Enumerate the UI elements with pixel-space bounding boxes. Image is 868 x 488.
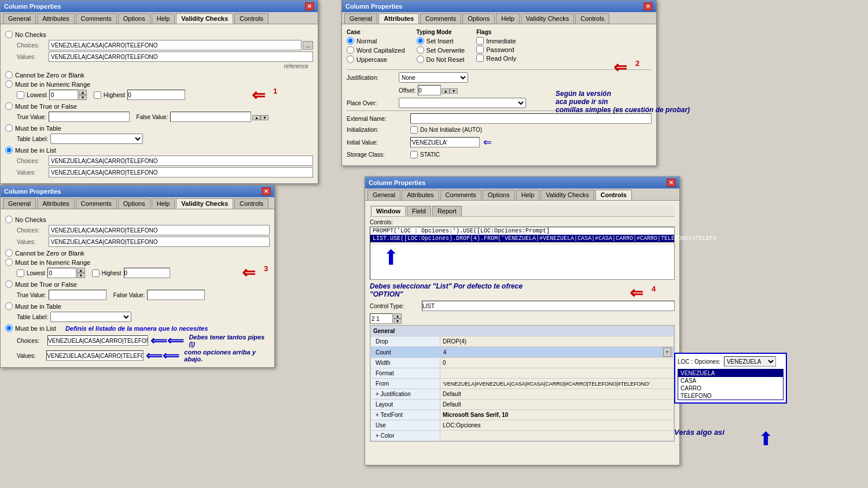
dlg4-titlebar[interactable]: Column Properties ✕ bbox=[365, 177, 679, 188]
dlg4-subtab-report[interactable]: Report bbox=[432, 206, 462, 216]
dlg3-values-input[interactable] bbox=[49, 236, 270, 247]
dlg3-tab-options[interactable]: Options bbox=[118, 198, 150, 209]
dlg2-tab-validity[interactable]: Validity Checks bbox=[521, 13, 574, 24]
dlg3-false-val-input[interactable] bbox=[147, 290, 205, 300]
dlg4-subtab-field[interactable]: Field bbox=[407, 206, 431, 216]
dlg4-tab-general[interactable]: General bbox=[367, 190, 400, 200]
dlg2-titlebar[interactable]: Column Properties ✕ bbox=[342, 1, 656, 12]
dlg2-tab-options[interactable]: Options bbox=[462, 13, 495, 24]
dlg3-list-choices-input[interactable] bbox=[47, 335, 148, 346]
dlg2-init-check[interactable] bbox=[410, 126, 418, 134]
dlg2-case-normal-radio[interactable] bbox=[347, 37, 354, 45]
dlg2-typing-overwrite-radio[interactable] bbox=[417, 46, 424, 54]
dlg1-lowest-up[interactable]: ▲ bbox=[79, 90, 87, 95]
dlg3-true-val-input[interactable] bbox=[49, 290, 106, 300]
dlg1-lowest-check[interactable] bbox=[17, 91, 24, 99]
dlg4-tab-comments[interactable]: Comments bbox=[440, 190, 481, 200]
dlg3-cannot-zero-radio[interactable] bbox=[5, 249, 13, 257]
dlg2-flags-password-check[interactable] bbox=[476, 46, 484, 53]
dlg1-lowest-input[interactable] bbox=[49, 90, 78, 100]
dlg1-falseval-up[interactable]: ▲ bbox=[252, 115, 260, 120]
dlg1-list-values-input[interactable] bbox=[49, 167, 313, 178]
dlg2-offset-down[interactable]: ▼ bbox=[450, 88, 458, 94]
dlg4-tab-options[interactable]: Options bbox=[483, 190, 515, 200]
dlg4-tab-controls[interactable]: Controls bbox=[595, 190, 632, 200]
dlg3-lowest-check[interactable] bbox=[17, 269, 24, 277]
dlg1-intable-radio[interactable] bbox=[5, 124, 13, 132]
dlg1-tab-controls[interactable]: Controls bbox=[234, 13, 269, 24]
dlg3-list-values-input[interactable] bbox=[46, 350, 144, 361]
dlg2-extname-input[interactable] bbox=[410, 113, 652, 124]
dlg2-tab-attributes[interactable]: Attributes bbox=[378, 13, 419, 24]
dlg3-tab-attributes[interactable]: Attributes bbox=[37, 198, 74, 209]
dlg2-typing-noreset-radio[interactable] bbox=[417, 56, 424, 63]
dlg1-choices-btn[interactable]: ... bbox=[303, 41, 313, 50]
dlg1-false-val-input[interactable] bbox=[170, 112, 251, 122]
dlg4-spinner-input[interactable] bbox=[370, 313, 393, 324]
dlg1-falseval-down[interactable]: ▼ bbox=[260, 115, 269, 120]
dlg1-truefal-radio[interactable] bbox=[5, 102, 13, 110]
dlg1-tab-general[interactable]: General bbox=[3, 13, 36, 24]
dropdown-item-venezuela[interactable]: VENEZUELA bbox=[678, 369, 783, 377]
dlg2-storage-check[interactable] bbox=[410, 151, 418, 158]
dlg2-tab-help[interactable]: Help bbox=[496, 13, 520, 24]
dlg3-tab-comments[interactable]: Comments bbox=[76, 198, 117, 209]
dlg3-numeric-radio[interactable] bbox=[5, 258, 13, 266]
dlg1-list-choices-input[interactable] bbox=[49, 156, 313, 166]
dlg3-tab-controls[interactable]: Controls bbox=[234, 198, 269, 209]
dlg2-flags-readonly-check[interactable] bbox=[476, 54, 484, 62]
dlg2-just-select[interactable]: None bbox=[399, 72, 468, 83]
dlg4-tab-help[interactable]: Help bbox=[516, 190, 540, 200]
dlg2-tab-general[interactable]: General bbox=[344, 13, 377, 24]
dlg1-numeric-radio[interactable] bbox=[5, 80, 13, 88]
dlg2-close-btn[interactable]: ✕ bbox=[643, 2, 653, 10]
dlg1-true-val-input[interactable] bbox=[49, 112, 130, 122]
dlg1-highest-check[interactable] bbox=[94, 91, 101, 99]
dlg1-tab-comments[interactable]: Comments bbox=[76, 13, 117, 24]
dropdown-preview-select[interactable]: VENEZUELA CASA CARRO TELEFONO bbox=[724, 356, 776, 367]
dlg2-placeover-select[interactable] bbox=[399, 98, 526, 108]
dlg2-offset-up[interactable]: ▲ bbox=[442, 88, 450, 94]
dlg4-count-row[interactable]: Count 4 + bbox=[371, 347, 674, 358]
dlg1-choices-input[interactable] bbox=[49, 40, 301, 50]
dlg3-tab-validity[interactable]: Validity Checks bbox=[176, 198, 233, 209]
dlg3-highest-input[interactable] bbox=[124, 268, 170, 278]
dlg4-spin-up[interactable]: ▲ bbox=[393, 313, 402, 319]
dlg2-initval-input[interactable] bbox=[410, 137, 480, 147]
dlg3-tab-help[interactable]: Help bbox=[152, 198, 175, 209]
dlg1-tab-attributes[interactable]: Attributes bbox=[37, 13, 74, 24]
dlg4-tab-attributes[interactable]: Attributes bbox=[402, 190, 439, 200]
dlg3-titlebar[interactable]: Column Properties ✕ bbox=[1, 186, 274, 197]
dlg4-tab-validity[interactable]: Validity Checks bbox=[540, 190, 594, 200]
dlg1-no-checks-radio[interactable] bbox=[5, 31, 13, 38]
dlg2-flags-immediate-check[interactable] bbox=[476, 37, 484, 45]
dlg2-typing-insert-radio[interactable] bbox=[417, 37, 424, 45]
dlg2-tab-controls[interactable]: Controls bbox=[575, 13, 609, 24]
dlg3-lowest-up[interactable]: ▲ bbox=[77, 268, 85, 273]
dlg1-values-input[interactable] bbox=[49, 51, 313, 62]
dlg3-close-btn[interactable]: ✕ bbox=[262, 187, 271, 195]
dlg2-case-word-radio[interactable] bbox=[347, 46, 354, 54]
dlg4-spin-down[interactable]: ▼ bbox=[393, 319, 402, 324]
dlg1-titlebar[interactable]: Column Properties ✕ bbox=[1, 1, 318, 12]
dlg1-highest-input[interactable] bbox=[127, 90, 185, 100]
dlg3-inlist-radio[interactable] bbox=[5, 324, 13, 332]
dlg4-count-expand[interactable]: + bbox=[663, 347, 671, 357]
dlg1-table-select[interactable] bbox=[50, 134, 143, 144]
dlg1-lowest-down[interactable]: ▼ bbox=[79, 95, 87, 100]
dropdown-item-carro[interactable]: CARRO bbox=[678, 385, 783, 392]
dlg1-tab-validity[interactable]: Validity Checks bbox=[176, 13, 233, 24]
dlg3-tab-general[interactable]: General bbox=[3, 198, 36, 209]
dlg3-lowest-down[interactable]: ▼ bbox=[77, 273, 85, 278]
dlg4-subtab-window[interactable]: Window bbox=[371, 206, 406, 216]
dlg3-intable-radio[interactable] bbox=[5, 302, 13, 310]
dlg1-tab-help[interactable]: Help bbox=[152, 13, 175, 24]
dlg1-tab-options[interactable]: Options bbox=[118, 13, 150, 24]
dlg1-inlist-radio[interactable] bbox=[5, 146, 13, 154]
dlg3-choices-input[interactable] bbox=[49, 225, 270, 235]
dlg3-truefal-radio[interactable] bbox=[5, 280, 13, 288]
dlg2-case-upper-radio[interactable] bbox=[347, 56, 354, 63]
dlg3-no-checks-radio[interactable] bbox=[5, 216, 13, 223]
dlg3-lowest-input[interactable] bbox=[47, 268, 76, 278]
dlg2-tab-comments[interactable]: Comments bbox=[420, 13, 461, 24]
